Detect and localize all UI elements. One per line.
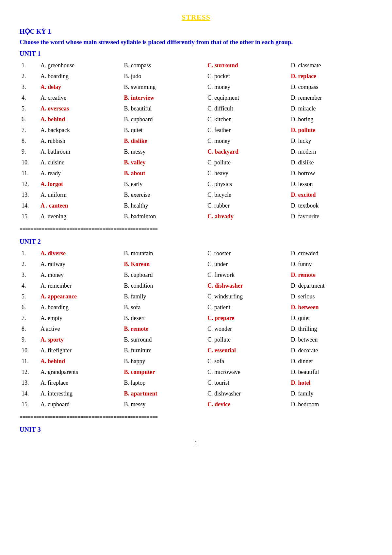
answer-b: B. desert <box>122 313 205 324</box>
answer-c: C. feather <box>205 125 289 136</box>
table-row: 1.A. diverseB. mountainC. roosterD. crow… <box>20 248 372 259</box>
answer-a: A. grandparents <box>39 367 122 378</box>
answer-b: B. swimming <box>122 82 205 92</box>
answer-a: A. ready <box>39 168 122 179</box>
question-number: 15. <box>20 211 39 222</box>
answer-c: C. backyard <box>205 146 289 157</box>
answer-d: D. serious <box>289 291 372 302</box>
answer-b: B. sofa <box>122 302 205 313</box>
question-number: 4. <box>20 280 39 291</box>
answer-d: D. beautiful <box>289 367 372 378</box>
table-row: 9.A. bathroomB. messyC. backyardD. moder… <box>20 146 372 157</box>
answer-d: D. bedroom <box>289 399 372 410</box>
table-row: 7.A. emptyB. desertC. prepareD. quiet <box>20 313 372 324</box>
answer-b: B. condition <box>122 280 205 291</box>
question-number: 10. <box>20 157 39 168</box>
answer-d: D. classmate <box>289 60 372 71</box>
answer-a: A. creative <box>39 92 122 103</box>
question-number: 8. <box>20 136 39 146</box>
answer-d: D. department <box>289 280 372 291</box>
answer-c: C. windsurfing <box>205 291 289 302</box>
answer-c: C. dishwasher <box>205 388 289 399</box>
answer-b: B. Korean <box>122 259 205 270</box>
table-row: 15.A. cupboardB. messyC. deviceD. bedroo… <box>20 399 372 410</box>
answer-b: B. mountain <box>122 248 205 259</box>
answer-d: D. remote <box>289 270 372 280</box>
answer-a: A. cuisine <box>39 157 122 168</box>
question-number: 12. <box>20 367 39 378</box>
answer-d: D. hotel <box>289 378 372 388</box>
answer-b: B. quiet <box>122 125 205 136</box>
question-number: 6. <box>20 302 39 313</box>
answer-d: D. replace <box>289 71 372 82</box>
question-number: 5. <box>20 103 39 114</box>
table-row: 13.A. uniformB. exerciseC. bicycleD. exc… <box>20 190 372 200</box>
answer-c: C. tourist <box>205 378 289 388</box>
table-row: 13.A. fireplaceB. laptopC. touristD. hot… <box>20 378 372 388</box>
answer-a: A. appearance <box>39 291 122 302</box>
answer-d: D. lesson <box>289 179 372 190</box>
answer-b: B. family <box>122 291 205 302</box>
divider2: ========================================… <box>20 414 372 420</box>
question-number: 10. <box>20 345 39 356</box>
question-number: 5. <box>20 291 39 302</box>
question-number: 8. <box>20 324 39 334</box>
table-row: 4.A. creativeB. interviewC. equipmentD. … <box>20 92 372 103</box>
answer-a: A. forgot <box>39 179 122 190</box>
answer-c: C. sofa <box>205 356 289 367</box>
table-row: 4.A. rememberB. conditionC. dishwasherD.… <box>20 280 372 291</box>
answer-c: C. under <box>205 259 289 270</box>
divider1: ========================================… <box>20 227 372 232</box>
table-row: 14.A . canteenB. healthyC. rubberD. text… <box>20 200 372 211</box>
answer-c: C. firework <box>205 270 289 280</box>
question-number: 15. <box>20 399 39 410</box>
answer-a: A. firefighter <box>39 345 122 356</box>
answer-b: B. judo <box>122 71 205 82</box>
answer-b: B. early <box>122 179 205 190</box>
instruction: Choose the word whose main stressed syll… <box>20 38 372 47</box>
answer-c: C. pollute <box>205 334 289 345</box>
answer-d: D. family <box>289 388 372 399</box>
unit1-table: 1.A. greenhouseB. compassC. surroundD. c… <box>20 60 372 222</box>
question-number: 9. <box>20 146 39 157</box>
answer-a: A. interesting <box>39 388 122 399</box>
answer-d: D. between <box>289 302 372 313</box>
answer-a: A. delay <box>39 82 122 92</box>
answer-c: C. pollute <box>205 157 289 168</box>
unit1-label: UNIT 1 <box>20 50 372 58</box>
table-row: 1.A. greenhouseB. compassC. surroundD. c… <box>20 60 372 71</box>
table-row: 8.A activeB. remoteC. wonderD. thrilling <box>20 324 372 334</box>
answer-b: B. valley <box>122 157 205 168</box>
answer-c: C. money <box>205 136 289 146</box>
answer-d: D. boring <box>289 114 372 125</box>
answer-c: C. rubber <box>205 200 289 211</box>
table-row: 12.A. forgotB. earlyC. physicsD. lesson <box>20 179 372 190</box>
answer-c: C. money <box>205 82 289 92</box>
answer-b: B. dislike <box>122 136 205 146</box>
table-row: 6.A. boardingB. sofaC. patientD. between <box>20 302 372 313</box>
answer-d: D. favourite <box>289 211 372 222</box>
answer-d: D. decorate <box>289 345 372 356</box>
question-number: 11. <box>20 356 39 367</box>
answer-b: B. laptop <box>122 378 205 388</box>
table-row: 2.A. railwayB. KoreanC. underD. funny <box>20 259 372 270</box>
answer-c: C. already <box>205 211 289 222</box>
answer-b: B. surround <box>122 334 205 345</box>
answer-c: C. surround <box>205 60 289 71</box>
hoc-ky-header: HỌC KỲ 1 <box>20 27 372 35</box>
question-number: 2. <box>20 259 39 270</box>
table-row: 5.A. overseasB. beautifulC. difficultD. … <box>20 103 372 114</box>
question-number: 14. <box>20 200 39 211</box>
answer-d: D. funny <box>289 259 372 270</box>
table-row: 8.A. rubbishB. dislikeC. moneyD. lucky <box>20 136 372 146</box>
answer-a: A. rubbish <box>39 136 122 146</box>
answer-a: A. railway <box>39 259 122 270</box>
answer-c: C. difficult <box>205 103 289 114</box>
answer-a: A. boarding <box>39 71 122 82</box>
question-number: 13. <box>20 378 39 388</box>
table-row: 3.A. moneyB. cupboardC. fireworkD. remot… <box>20 270 372 280</box>
table-row: 11.A. behindB. happyC. sofaD. dinner <box>20 356 372 367</box>
answer-b: B. messy <box>122 146 205 157</box>
answer-a: A. remember <box>39 280 122 291</box>
answer-b: B. apartment <box>122 388 205 399</box>
